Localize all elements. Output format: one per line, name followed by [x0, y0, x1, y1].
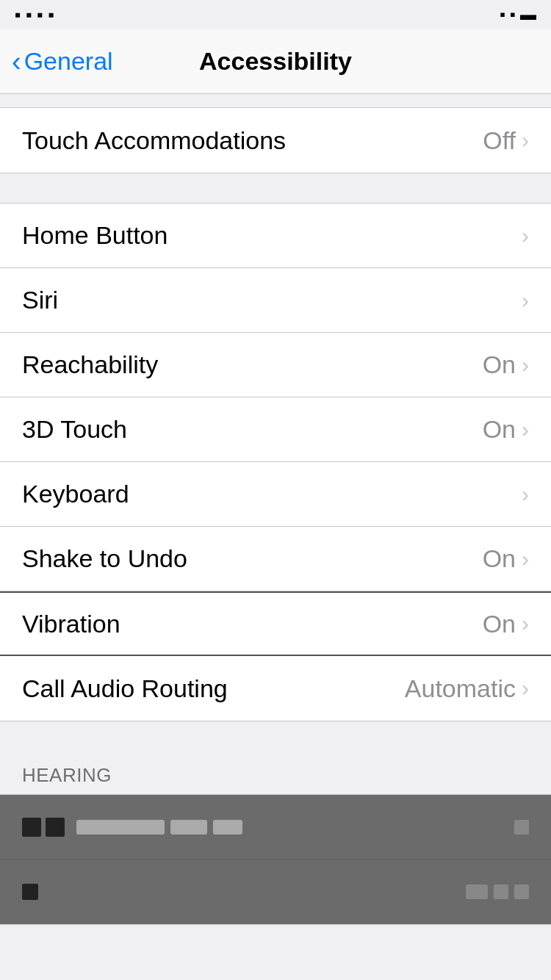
hearing-row-1-indicator [514, 820, 529, 835]
keyboard-chevron-icon: › [522, 482, 529, 507]
back-label: General [24, 47, 113, 76]
reachability-label: Reachability [22, 350, 483, 379]
status-left: ▪ ▪ ▪ ▪ [15, 4, 54, 25]
home-button-label: Home Button [22, 221, 522, 250]
page-title: Accessibility [199, 47, 352, 76]
hearing-group [0, 794, 551, 925]
nav-bar: ‹ General Accessibility [0, 29, 551, 94]
touch-accommodations-right: Off › [483, 126, 529, 155]
siri-label: Siri [22, 286, 522, 314]
vibration-chevron-icon: › [522, 611, 529, 636]
touch-accommodations-label: Touch Accommodations [22, 126, 483, 155]
shake-to-undo-right: On › [483, 544, 529, 573]
shake-to-undo-label: Shake to Undo [22, 544, 483, 573]
home-button-right: › [522, 223, 529, 248]
vibration-right: On › [483, 610, 529, 638]
keyboard-row[interactable]: Keyboard › [0, 462, 551, 527]
3d-touch-row[interactable]: 3D Touch On › [0, 397, 551, 462]
vibration-label: Vibration [22, 610, 483, 638]
siri-row[interactable]: Siri › [0, 268, 551, 333]
vibration-row[interactable]: Vibration On › [0, 591, 551, 656]
status-right: ▪ ▪ ▬ [500, 5, 536, 24]
call-audio-routing-chevron-icon: › [522, 676, 529, 701]
touch-accommodations-row[interactable]: Touch Accommodations Off › [0, 108, 551, 173]
call-audio-routing-label: Call Audio Routing [22, 674, 405, 703]
hardware-group: Home Button › Siri › Reachability On › 3… [0, 203, 551, 721]
reachability-right: On › [483, 350, 529, 379]
status-bar: ▪ ▪ ▪ ▪ ▪ ▪ ▬ [0, 0, 551, 29]
hearing-row-2-content [22, 884, 38, 900]
keyboard-label: Keyboard [22, 480, 522, 508]
call-audio-routing-value: Automatic [405, 674, 516, 703]
touch-accommodations-value: Off [483, 126, 516, 155]
battery-icon: ▪ ▪ ▬ [500, 5, 536, 24]
carrier-signal: ▪ ▪ ▪ ▪ [15, 4, 54, 25]
siri-right: › [522, 288, 529, 313]
touch-accommodations-group: Touch Accommodations Off › [0, 107, 551, 173]
hearing-section: HEARING [0, 751, 551, 794]
shake-to-undo-chevron-icon: › [522, 547, 529, 572]
3d-touch-value: On [483, 415, 516, 444]
vibration-value: On [483, 610, 516, 638]
call-audio-routing-right: Automatic › [405, 674, 529, 703]
section-gap-2 [0, 173, 551, 203]
keyboard-right: › [522, 482, 529, 507]
reachability-chevron-icon: › [522, 353, 529, 378]
hearing-section-header: HEARING [0, 751, 551, 794]
hearing-row-2-right [466, 884, 529, 899]
home-button-chevron-icon: › [522, 223, 529, 248]
call-audio-routing-row[interactable]: Call Audio Routing Automatic › [0, 656, 551, 721]
siri-chevron-icon: › [522, 288, 529, 313]
3d-touch-right: On › [483, 415, 529, 444]
home-button-row[interactable]: Home Button › [0, 203, 551, 268]
reachability-value: On [483, 350, 516, 379]
3d-touch-chevron-icon: › [522, 417, 529, 442]
back-chevron-icon: ‹ [12, 48, 21, 76]
touch-accommodations-chevron-icon: › [522, 128, 529, 153]
section-gap-1 [0, 94, 551, 107]
reachability-row[interactable]: Reachability On › [0, 333, 551, 397]
shake-to-undo-row[interactable]: Shake to Undo On › [0, 527, 551, 591]
shake-to-undo-value: On [483, 544, 516, 573]
section-gap-3 [0, 721, 551, 751]
hearing-row-1[interactable] [0, 795, 551, 860]
hearing-row-2[interactable] [0, 860, 551, 924]
3d-touch-label: 3D Touch [22, 415, 483, 444]
back-button[interactable]: ‹ General [12, 47, 113, 76]
hearing-row-1-content [22, 818, 242, 837]
